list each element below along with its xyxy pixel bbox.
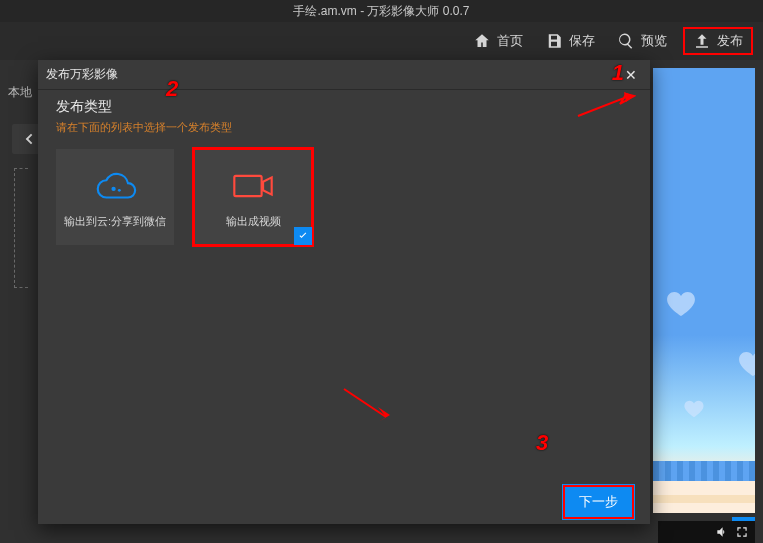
arrow-left-icon: [21, 131, 37, 147]
annotation-arrow: [576, 92, 636, 122]
card-video[interactable]: 输出成视频: [194, 149, 312, 245]
save-button[interactable]: 保存: [537, 28, 603, 54]
fullscreen-icon[interactable]: [735, 525, 749, 539]
svg-point-1: [118, 188, 121, 191]
card-video-label: 输出成视频: [226, 214, 281, 229]
playback-bar: [658, 521, 755, 543]
close-icon: ✕: [625, 67, 637, 83]
video-icon: [230, 166, 276, 206]
modal-header: 发布万彩影像 ✕: [38, 60, 650, 90]
svg-point-0: [111, 186, 115, 190]
card-cloud[interactable]: 输出到云:分享到微信: [56, 149, 174, 245]
heart-icon: [665, 288, 697, 320]
modal-title: 发布万彩影像: [46, 66, 118, 83]
preview-strip: [653, 461, 755, 481]
selected-check: [294, 227, 312, 245]
cloud-icon: [92, 166, 138, 206]
upload-icon: [693, 32, 711, 50]
top-toolbar: 首页 保存 预览 发布: [0, 22, 763, 60]
home-button[interactable]: 首页: [465, 28, 531, 54]
next-button[interactable]: 下一步: [563, 485, 634, 519]
svg-rect-2: [234, 175, 261, 195]
check-icon: [297, 230, 309, 242]
annotation-badge-1: 1: [612, 60, 624, 86]
save-icon: [545, 32, 563, 50]
window-title: 手绘.am.vm - 万彩影像大师 0.0.7: [0, 0, 763, 22]
search-icon: [617, 32, 635, 50]
annotation-arrow: [338, 385, 398, 429]
timeline-placeholder: [14, 168, 28, 288]
card-cloud-label: 输出到云:分享到微信: [64, 214, 166, 229]
section-title: 发布类型: [56, 98, 632, 116]
save-label: 保存: [569, 32, 595, 50]
preview-button[interactable]: 预览: [609, 28, 675, 54]
home-icon: [473, 32, 491, 50]
publish-label: 发布: [717, 32, 743, 50]
modal-body: 1 发布类型 请在下面的列表中选择一个发布类型 2 输出到云:分享到微信 输出成…: [38, 90, 650, 480]
annotation-badge-3: 3: [536, 430, 548, 456]
preview-label: 预览: [641, 32, 667, 50]
heart-icon: [737, 348, 755, 380]
annotation-badge-2: 2: [166, 76, 178, 102]
publish-modal: 发布万彩影像 ✕ 1 发布类型 请在下面的列表中选择一个发布类型 2 输出到云:…: [38, 60, 650, 524]
left-panel-label: 本地: [8, 84, 32, 101]
section-hint: 请在下面的列表中选择一个发布类型: [56, 120, 632, 135]
publish-button[interactable]: 发布: [683, 27, 753, 55]
home-label: 首页: [497, 32, 523, 50]
preview-panel: [653, 68, 755, 513]
modal-footer: 下一步: [38, 480, 650, 524]
heart-icon: [683, 398, 705, 420]
publish-type-cards: 输出到云:分享到微信 输出成视频: [56, 149, 632, 245]
volume-icon[interactable]: [715, 525, 729, 539]
